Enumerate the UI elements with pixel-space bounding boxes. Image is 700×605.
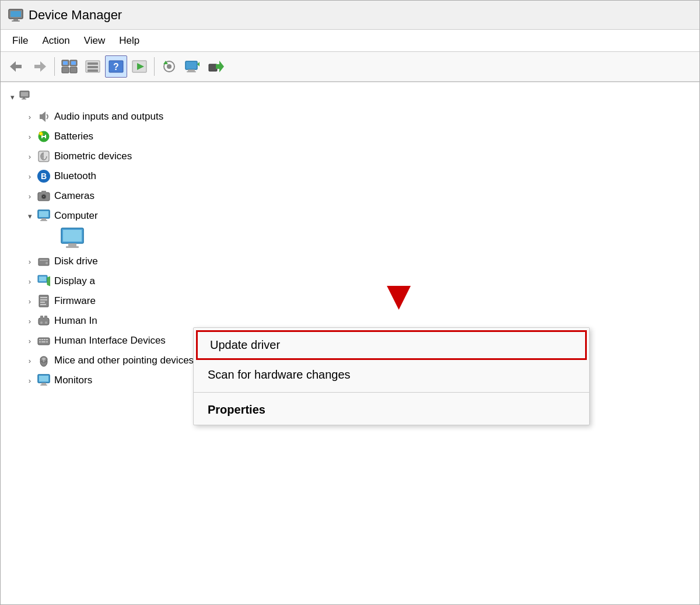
disk-label: Disk drive xyxy=(54,256,98,267)
firmware-expander[interactable]: › xyxy=(24,295,36,307)
svg-rect-23 xyxy=(186,61,197,69)
svg-rect-14 xyxy=(88,66,98,68)
svg-rect-15 xyxy=(88,69,98,72)
menu-view[interactable]: View xyxy=(78,33,111,49)
tree-root[interactable]: ▾ xyxy=(1,87,699,107)
svg-marker-5 xyxy=(34,61,46,72)
tree-item-bluetooth[interactable]: › B Bluetooth xyxy=(1,166,699,186)
firmware-label: Firmware xyxy=(54,295,96,307)
mice-label: Mice and other pointing devices xyxy=(54,355,194,366)
computer-expander[interactable]: ▾ xyxy=(24,210,36,222)
bluetooth-expander[interactable]: › xyxy=(24,170,36,182)
menu-bar: File Action View Help xyxy=(1,30,699,52)
context-menu-properties[interactable]: Properties xyxy=(194,395,589,425)
svg-rect-3 xyxy=(12,20,20,22)
battery-icon: ⚡ xyxy=(37,130,51,144)
svg-text:⚡: ⚡ xyxy=(40,132,44,137)
svg-rect-70 xyxy=(44,339,46,340)
toolbar-network-button[interactable] xyxy=(181,55,204,78)
svg-rect-58 xyxy=(40,297,47,298)
svg-rect-60 xyxy=(40,302,45,303)
biometric-label: Biometric devices xyxy=(54,151,132,162)
tree-item-audio[interactable]: › Audio inputs and outputs xyxy=(1,107,699,127)
back-button[interactable] xyxy=(5,55,27,78)
svg-rect-32 xyxy=(22,99,26,100)
keyboards-expander[interactable]: › xyxy=(24,335,36,347)
svg-rect-59 xyxy=(40,299,47,300)
disk-icon xyxy=(37,254,51,268)
toolbar: ? xyxy=(1,52,699,82)
svg-rect-49 xyxy=(68,243,76,246)
red-arrow: ▼ xyxy=(379,275,419,316)
svg-rect-50 xyxy=(66,246,79,248)
svg-rect-74 xyxy=(46,341,48,342)
tree-item-firmware[interactable]: › Firmware xyxy=(1,291,699,311)
toolbar-devices-button[interactable] xyxy=(58,55,80,78)
cameras-expander[interactable]: › xyxy=(24,190,36,202)
svg-rect-31 xyxy=(23,97,25,99)
toolbar-add-device-button[interactable] xyxy=(205,55,227,78)
root-expander[interactable]: ▾ xyxy=(6,91,18,103)
svg-rect-71 xyxy=(46,339,48,340)
computer-label: Computer xyxy=(54,210,98,222)
root-computer-icon xyxy=(19,90,33,104)
computer-child-icon xyxy=(60,227,89,250)
disk-expander[interactable]: › xyxy=(24,256,36,267)
biometric-expander[interactable]: › xyxy=(24,151,36,162)
svg-rect-42 xyxy=(41,191,46,193)
svg-point-65 xyxy=(40,321,43,324)
svg-rect-68 xyxy=(39,339,41,340)
hid-expander[interactable]: › xyxy=(24,315,36,327)
svg-rect-72 xyxy=(39,341,41,342)
mice-icon xyxy=(37,354,51,368)
cameras-label: Cameras xyxy=(54,190,94,202)
svg-rect-62 xyxy=(38,318,49,325)
context-menu-update-driver[interactable]: Update driver xyxy=(196,330,587,360)
svg-marker-56 xyxy=(47,277,50,286)
forward-button[interactable] xyxy=(29,55,51,78)
monitors-icon xyxy=(37,373,51,387)
svg-rect-52 xyxy=(40,260,48,261)
mice-expander[interactable]: › xyxy=(24,355,36,366)
svg-rect-10 xyxy=(63,61,68,65)
svg-rect-80 xyxy=(39,376,48,382)
hid-icon xyxy=(37,314,51,328)
display-icon xyxy=(37,274,51,288)
svg-rect-2 xyxy=(13,19,18,20)
svg-rect-64 xyxy=(44,316,47,319)
tree-item-batteries[interactable]: › ⚡ Batteries xyxy=(1,127,699,146)
tree-item-disk[interactable]: › Disk drive xyxy=(1,251,699,271)
tree-item-computer-child[interactable] xyxy=(1,226,699,251)
menu-file[interactable]: File xyxy=(6,33,34,49)
svg-rect-61 xyxy=(40,304,46,305)
menu-action[interactable]: Action xyxy=(36,33,75,49)
svg-rect-82 xyxy=(40,384,47,386)
menu-help[interactable]: Help xyxy=(113,33,145,49)
tree-item-biometric[interactable]: › Biometric devices xyxy=(1,146,699,166)
context-menu-separator xyxy=(194,392,589,393)
tree-item-computer[interactable]: ▾ Computer xyxy=(1,206,699,226)
tree-item-cameras[interactable]: › Cameras xyxy=(1,186,699,206)
context-menu: Update driver Scan for hardware changes … xyxy=(193,327,590,425)
toolbar-help-button[interactable]: ? xyxy=(105,55,127,78)
main-content: ▾ › Audio inputs and outputs xyxy=(1,82,699,605)
svg-rect-55 xyxy=(39,277,46,281)
tree-item-display[interactable]: › Display a xyxy=(1,271,699,291)
device-manager-icon xyxy=(8,7,24,23)
toolbar-scan-button[interactable] xyxy=(158,55,180,78)
svg-rect-51 xyxy=(38,258,49,265)
batteries-expander[interactable]: › xyxy=(24,131,36,142)
display-expander[interactable]: › xyxy=(24,275,36,287)
svg-rect-81 xyxy=(41,383,46,384)
svg-point-66 xyxy=(45,321,47,324)
toolbar-list-button[interactable] xyxy=(82,55,104,78)
batteries-label: Batteries xyxy=(54,131,93,142)
svg-rect-27 xyxy=(209,64,217,71)
audio-icon xyxy=(37,110,51,124)
monitors-label: Monitors xyxy=(54,375,92,386)
context-menu-scan-hardware[interactable]: Scan for hardware changes xyxy=(194,360,589,390)
audio-expander[interactable]: › xyxy=(24,111,36,123)
svg-point-41 xyxy=(43,196,44,197)
monitors-expander[interactable]: › xyxy=(24,375,36,386)
toolbar-run-button[interactable] xyxy=(128,55,150,78)
